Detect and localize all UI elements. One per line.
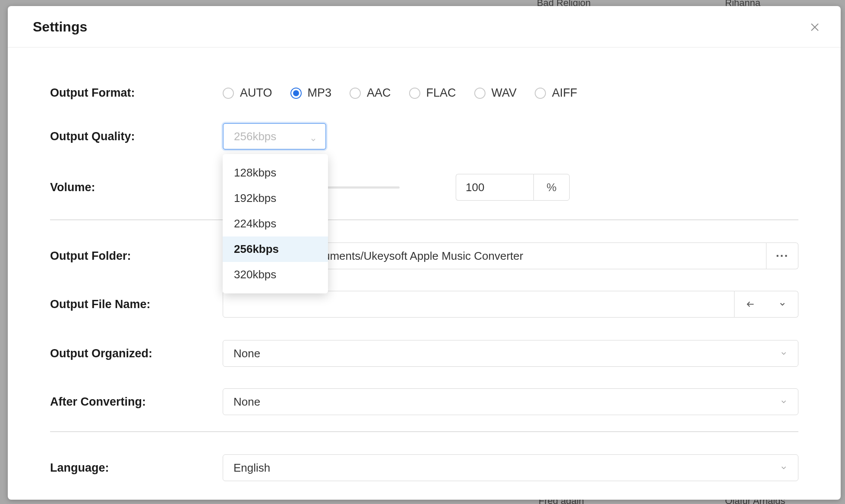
chevron-down-icon bbox=[310, 133, 317, 140]
label-output-organized: Output Organized: bbox=[50, 347, 223, 360]
output-format-radio-group: AUTO MP3 AAC FLAC WAV bbox=[223, 86, 577, 100]
output-quality-dropdown: 128kbps 192kbps 224kbps 256kbps 320kbps bbox=[223, 154, 328, 293]
after-converting-select[interactable]: None bbox=[223, 388, 798, 415]
radio-label: AUTO bbox=[240, 86, 272, 100]
quality-option-128[interactable]: 128kbps bbox=[223, 160, 328, 186]
output-organized-value: None bbox=[233, 347, 260, 360]
label-output-format: Output Format: bbox=[50, 86, 223, 100]
label-output-quality: Output Quality: bbox=[50, 130, 223, 143]
modal-body: Output Format: AUTO MP3 AAC FLAC bbox=[8, 47, 841, 500]
row-output-organized: Output Organized: None bbox=[50, 340, 798, 367]
radio-label: WAV bbox=[492, 86, 517, 100]
language-value: English bbox=[233, 461, 270, 475]
radio-flac[interactable]: FLAC bbox=[409, 86, 456, 100]
radio-label: FLAC bbox=[426, 86, 456, 100]
radio-label: MP3 bbox=[308, 86, 332, 100]
label-language: Language: bbox=[50, 461, 223, 475]
output-organized-select[interactable]: None bbox=[223, 340, 798, 367]
row-language: Language: English bbox=[50, 454, 798, 481]
divider bbox=[50, 220, 798, 220]
settings-modal: Settings Output Format: AUTO MP3 AAC bbox=[8, 6, 841, 500]
close-button[interactable] bbox=[808, 20, 822, 34]
row-output-quality: Output Quality: 256kbps 128kbps 192kbps … bbox=[50, 123, 798, 150]
radio-wav[interactable]: WAV bbox=[474, 86, 517, 100]
volume-unit: % bbox=[533, 174, 570, 201]
chevron-down-icon bbox=[780, 395, 788, 409]
close-icon bbox=[810, 22, 820, 32]
output-quality-select[interactable]: 256kbps 128kbps 192kbps 224kbps 256kbps … bbox=[223, 123, 326, 150]
arrow-left-icon bbox=[746, 299, 755, 309]
output-quality-value: 256kbps bbox=[234, 130, 276, 143]
output-file-name-input[interactable] bbox=[223, 291, 735, 318]
radio-circle-icon bbox=[474, 88, 486, 99]
modal-header: Settings bbox=[8, 6, 841, 47]
radio-mp3[interactable]: MP3 bbox=[290, 86, 332, 100]
radio-circle-icon bbox=[409, 88, 420, 99]
volume-input[interactable] bbox=[456, 174, 533, 201]
row-volume: Volume: % bbox=[50, 174, 798, 201]
radio-label: AIFF bbox=[552, 86, 577, 100]
label-volume: Volume: bbox=[50, 181, 223, 194]
chevron-down-icon bbox=[780, 347, 788, 360]
row-after-converting: After Converting: None bbox=[50, 388, 798, 415]
chevron-down-icon bbox=[779, 300, 786, 308]
row-output-folder: Output Folder: ··· bbox=[50, 243, 798, 269]
radio-label: AAC bbox=[367, 86, 391, 100]
radio-circle-icon bbox=[350, 88, 361, 99]
file-name-back-button[interactable] bbox=[735, 291, 766, 318]
label-after-converting: After Converting: bbox=[50, 395, 223, 409]
language-select[interactable]: English bbox=[223, 454, 798, 481]
quality-option-224[interactable]: 224kbps bbox=[223, 211, 328, 236]
modal-title: Settings bbox=[33, 19, 87, 35]
divider bbox=[50, 432, 798, 432]
radio-aiff[interactable]: AIFF bbox=[535, 86, 577, 100]
label-output-folder: Output Folder: bbox=[50, 249, 223, 263]
radio-auto[interactable]: AUTO bbox=[223, 86, 272, 100]
quality-option-192[interactable]: 192kbps bbox=[223, 186, 328, 211]
file-name-dropdown-button[interactable] bbox=[766, 291, 798, 318]
row-output-format: Output Format: AUTO MP3 AAC FLAC bbox=[50, 86, 798, 100]
quality-option-320[interactable]: 320kbps bbox=[223, 262, 328, 287]
row-output-file-name: Output File Name: bbox=[50, 291, 798, 318]
quality-option-256[interactable]: 256kbps bbox=[223, 236, 328, 262]
radio-circle-icon bbox=[290, 88, 302, 99]
after-converting-value: None bbox=[233, 395, 260, 409]
radio-circle-icon bbox=[535, 88, 546, 99]
radio-aac[interactable]: AAC bbox=[350, 86, 391, 100]
browse-folder-button[interactable]: ··· bbox=[766, 243, 798, 269]
chevron-down-icon bbox=[780, 461, 788, 475]
label-output-file-name: Output File Name: bbox=[50, 298, 223, 311]
radio-circle-icon bbox=[223, 88, 234, 99]
